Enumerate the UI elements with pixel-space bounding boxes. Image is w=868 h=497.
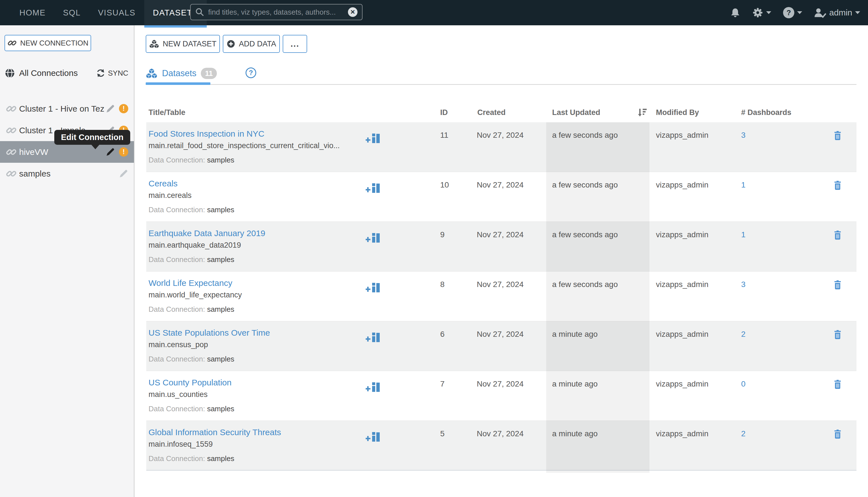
edit-pencil-icon[interactable] — [106, 147, 115, 157]
dataset-table-name: main.census_pop — [149, 340, 366, 349]
col-header-modified-by[interactable]: Modified By — [649, 103, 740, 122]
new-dashboard-icon[interactable] — [366, 232, 381, 243]
datasets-help-icon[interactable]: ? — [246, 68, 256, 78]
dataset-title-link[interactable]: Global Information Security Threats — [149, 428, 281, 437]
data-connection-value: samples — [207, 255, 234, 264]
connections-header: All Connections SYNC — [4, 65, 128, 82]
new-dashboard-icon[interactable] — [366, 332, 381, 343]
sort-descending-icon[interactable] — [637, 108, 648, 117]
col-header-last-updated-label: Last Updated — [552, 108, 600, 117]
delete-trash-icon[interactable] — [834, 181, 842, 190]
clear-search-icon[interactable]: ✕ — [348, 7, 358, 17]
dashboards-count-link[interactable]: 2 — [741, 429, 746, 438]
data-connection-value: samples — [207, 355, 234, 363]
nav-sql[interactable]: SQL — [54, 0, 89, 25]
dataset-table-name: main.earthquake_data2019 — [149, 241, 366, 250]
dataset-created: Nov 27, 2024 — [477, 272, 546, 321]
dataset-modified-by: vizapps_admin — [649, 122, 740, 172]
col-header-id[interactable]: ID — [440, 103, 477, 122]
username-label: admin — [829, 8, 852, 17]
dataset-created: Nov 27, 2024 — [477, 321, 546, 371]
delete-trash-icon[interactable] — [834, 380, 842, 389]
notifications-bell-icon[interactable] — [730, 8, 740, 18]
tab-divider — [146, 84, 856, 85]
datasets-table: Title/Table ID Created Last Updated Modi… — [146, 103, 856, 471]
connection-item[interactable]: Cluster 1 - Hive on Tez ! — [0, 98, 134, 119]
dataset-table-name: main.infoseq_1559 — [149, 440, 366, 449]
help-icon: ? — [783, 7, 794, 18]
new-dashboard-icon[interactable] — [366, 183, 381, 194]
nav-right-icons: ? admin — [730, 0, 860, 25]
dataset-modified-by: vizapps_admin — [649, 371, 740, 421]
delete-trash-icon[interactable] — [834, 230, 842, 240]
edit-pencil-icon[interactable] — [119, 169, 128, 178]
data-connection-value: samples — [207, 305, 234, 313]
link-icon — [5, 103, 17, 114]
dataset-title-link[interactable]: US County Population — [149, 378, 232, 387]
data-connection-label: Data Connection: — [149, 454, 205, 463]
connection-name: samples — [19, 169, 51, 179]
dataset-title-link[interactable]: World Life Expectancy — [149, 278, 232, 287]
nav-home[interactable]: HOME — [11, 0, 54, 25]
all-connections-item[interactable]: All Connections — [4, 68, 78, 79]
dashboards-count-link[interactable]: 1 — [741, 230, 746, 239]
dataset-table-name: main.retail_food_store_inspections_curre… — [149, 141, 366, 150]
col-header-actions — [827, 103, 856, 122]
dataset-table-name: main.us_counties — [149, 390, 366, 399]
new-dashboard-icon[interactable] — [366, 133, 381, 144]
settings-menu[interactable] — [752, 7, 771, 18]
new-dashboard-icon[interactable] — [366, 431, 381, 442]
new-dataset-button[interactable]: NEW DATASET — [146, 35, 220, 53]
user-menu[interactable]: admin — [814, 7, 860, 18]
delete-trash-icon[interactable] — [834, 280, 842, 289]
dashboards-count-link[interactable]: 0 — [741, 380, 746, 388]
dataset-row: Cereals main.cereals Data Connection: sa… — [146, 172, 856, 222]
new-dashboard-icon[interactable] — [366, 282, 381, 293]
datasets-toolbar: NEW DATASET ADD DATA ... — [146, 35, 307, 53]
new-connection-button[interactable]: NEW CONNECTION — [4, 35, 91, 51]
delete-trash-icon[interactable] — [834, 131, 842, 140]
dataset-title-link[interactable]: Cereals — [149, 179, 178, 188]
dataset-title-cell: Food Stores Inspection in NYC main.retai… — [146, 122, 440, 172]
more-actions-button[interactable]: ... — [283, 35, 307, 53]
col-header-last-updated[interactable]: Last Updated — [546, 103, 649, 122]
chevron-down-icon — [797, 11, 802, 14]
help-menu[interactable]: ? — [783, 7, 802, 18]
edit-pencil-icon[interactable] — [106, 104, 115, 113]
sync-button[interactable]: SYNC — [96, 69, 128, 77]
new-dashboard-icon[interactable] — [366, 382, 381, 393]
dataset-title-link[interactable]: US State Populations Over Time — [149, 328, 270, 337]
dashboards-count-link[interactable]: 3 — [741, 131, 746, 139]
search-input[interactable] — [208, 8, 344, 17]
data-connection-label: Data Connection: — [149, 205, 205, 214]
chevron-down-icon — [766, 11, 771, 14]
data-connection-label: Data Connection: — [149, 355, 205, 363]
dashboards-count-link[interactable]: 2 — [741, 330, 746, 339]
add-data-button[interactable]: ADD DATA — [223, 35, 280, 53]
dashboards-count-link[interactable]: 1 — [741, 181, 746, 189]
dataset-table-name: main.world_life_expectancy — [149, 291, 366, 299]
data-connection-label: Data Connection: — [149, 255, 205, 264]
dataset-id: 7 — [440, 371, 477, 421]
col-header-dashboards[interactable]: # Dashboards — [740, 103, 827, 122]
dataset-row: US County Population main.us_counties Da… — [146, 371, 856, 421]
col-header-title[interactable]: Title/Table — [146, 103, 440, 122]
dataset-row: US State Populations Over Time main.cens… — [146, 321, 856, 371]
nav-visuals[interactable]: VISUALS — [89, 0, 144, 25]
search-box: ✕ — [190, 4, 363, 20]
dashboards-count-link[interactable]: 3 — [741, 280, 746, 289]
col-header-created[interactable]: Created — [477, 103, 546, 122]
data-connection-label: Data Connection: — [149, 305, 205, 313]
table-header: Title/Table ID Created Last Updated Modi… — [146, 103, 856, 122]
data-connection-value: samples — [207, 404, 234, 413]
datasets-tab[interactable]: Datasets 11 — [146, 65, 217, 82]
connection-item[interactable]: samples — [0, 163, 134, 184]
dataset-created: Nov 27, 2024 — [477, 421, 546, 470]
delete-trash-icon[interactable] — [834, 330, 842, 339]
delete-trash-icon[interactable] — [834, 429, 842, 439]
datasets-main: NEW DATASET ADD DATA ... Datasets 11 ? T… — [135, 25, 868, 497]
dataset-created: Nov 27, 2024 — [477, 371, 546, 421]
dataset-title-link[interactable]: Earthquake Data January 2019 — [149, 229, 265, 238]
chevron-down-icon — [855, 11, 860, 14]
dataset-title-link[interactable]: Food Stores Inspection in NYC — [149, 129, 264, 138]
